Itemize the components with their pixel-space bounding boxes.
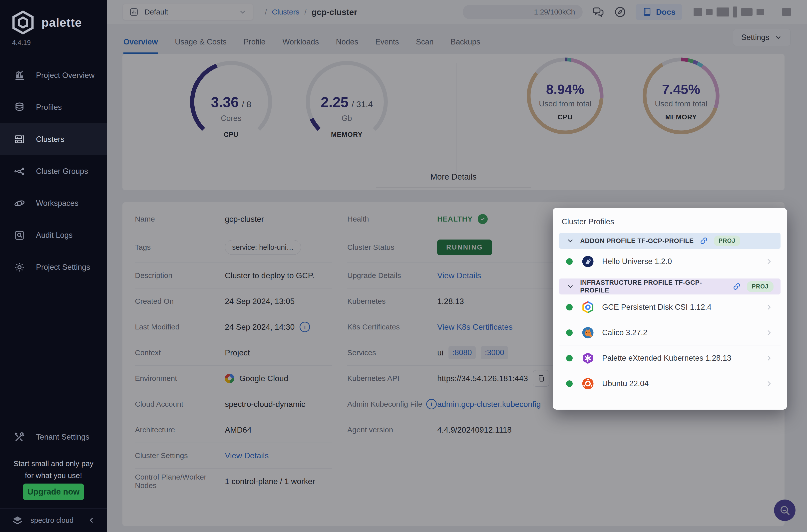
hello-universe-logo-icon: [581, 255, 595, 268]
link-icon: [699, 236, 708, 245]
gear-icon: [14, 261, 25, 273]
sidebar-nav: Project Overview Profiles Clusters Clust…: [0, 59, 107, 283]
sidebar-item-project-overview[interactable]: Project Overview: [0, 59, 107, 91]
sidebar: palette 4.4.19 Project Overview Profiles…: [0, 0, 107, 532]
chevron-right-icon: [765, 328, 773, 337]
profile-layer-calico[interactable]: Calico 3.27.2: [559, 320, 781, 345]
sidebar-item-audit-logs[interactable]: Audit Logs: [0, 219, 107, 251]
chevron-right-icon: [765, 257, 773, 266]
profiles-icon: [14, 101, 25, 113]
profile-layer-ubuntu[interactable]: Ubuntu 22.04: [559, 371, 781, 396]
spectro-cloud-logo-icon: [11, 514, 24, 527]
gce-persistent-disk-logo-icon: [581, 301, 595, 314]
addon-profile-title: ADDON PROFILE TF-GCP-PROFILE: [580, 237, 694, 245]
cluster-profiles-popup: Cluster Profiles ADDON PROFILE TF-GCP-PR…: [553, 208, 787, 410]
sidebar-item-project-settings[interactable]: Project Settings: [0, 251, 107, 283]
spectro-cloud-label: spectro cloud: [31, 516, 74, 525]
sidebar-footer: spectro cloud: [0, 508, 107, 532]
status-dot: [566, 304, 573, 310]
profile-layer-name: GCE Persistent Disk CSI 1.12.4: [602, 303, 712, 312]
app-version: 4.4.19: [12, 39, 31, 47]
chevron-right-icon: [765, 379, 773, 388]
sidebar-item-profiles[interactable]: Profiles: [0, 91, 107, 124]
sidebar-item-label: Profiles: [36, 103, 62, 112]
chevron-down-icon: [566, 236, 575, 245]
profile-layer-palette-extended-kubernetes[interactable]: Palette eXtended Kubernetes 1.28.13: [559, 345, 781, 371]
upsell-text: Start small and only pay for what you us…: [0, 458, 107, 481]
profile-layer-name: Palette eXtended Kubernetes 1.28.13: [602, 354, 731, 363]
collapse-sidebar-icon[interactable]: [87, 516, 96, 525]
addon-profile-header[interactable]: ADDON PROFILE TF-GCP-PROFILE PROJ: [559, 233, 781, 249]
ubuntu-logo-icon: [581, 377, 595, 391]
status-dot: [566, 355, 573, 361]
sidebar-item-label: Project Settings: [36, 263, 90, 272]
sidebar-item-cluster-groups[interactable]: Cluster Groups: [0, 155, 107, 187]
palette-extended-kubernetes-logo-icon: [581, 352, 595, 365]
brand-name: palette: [41, 16, 82, 30]
sidebar-item-label: Tenant Settings: [36, 433, 90, 442]
infrastructure-profile-header[interactable]: INFRASTRUCTURE PROFILE TF-GCP-PROFILE PR…: [559, 279, 781, 294]
calico-logo-icon: [581, 326, 595, 339]
chevron-right-icon: [765, 303, 773, 312]
profile-layer-gce-disk-csi[interactable]: GCE Persistent Disk CSI 1.12.4: [559, 294, 781, 320]
chevron-down-icon: [566, 282, 575, 291]
sidebar-item-label: Cluster Groups: [36, 167, 88, 176]
tools-icon: [14, 431, 25, 443]
profile-layer-hello-universe[interactable]: Hello Universe 1.2.0: [559, 249, 781, 274]
profile-layer-name: Ubuntu 22.04: [602, 379, 649, 388]
chevron-right-icon: [765, 354, 773, 363]
app-root: palette 4.4.19 Project Overview Profiles…: [0, 0, 807, 532]
sidebar-item-tenant-settings[interactable]: Tenant Settings: [0, 422, 107, 453]
clusters-icon: [14, 133, 25, 145]
profile-layer-name: Hello Universe 1.2.0: [602, 257, 672, 266]
sidebar-item-clusters[interactable]: Clusters: [0, 124, 107, 155]
sidebar-item-workspaces[interactable]: Workspaces: [0, 187, 107, 219]
infrastructure-profile-title: INFRASTRUCTURE PROFILE TF-GCP-PROFILE: [580, 279, 727, 294]
upgrade-now-button[interactable]: Upgrade now: [23, 483, 84, 500]
link-icon: [732, 282, 741, 291]
proj-scope-badge: PROJ: [714, 235, 740, 246]
status-dot: [566, 329, 573, 336]
sidebar-item-label: Workspaces: [36, 199, 78, 208]
brand-logo: palette: [11, 10, 82, 35]
workspaces-icon: [14, 197, 25, 209]
sidebar-item-label: Audit Logs: [36, 231, 73, 240]
cluster-groups-icon: [14, 165, 25, 177]
profile-layer-name: Calico 3.27.2: [602, 328, 648, 337]
palette-logo-icon: [11, 10, 35, 35]
status-dot: [566, 258, 573, 265]
audit-logs-icon: [14, 229, 25, 241]
project-overview-icon: [14, 70, 25, 81]
sidebar-item-label: Clusters: [36, 135, 64, 144]
status-dot: [566, 380, 573, 387]
sidebar-item-label: Project Overview: [36, 71, 94, 80]
popup-title: Cluster Profiles: [562, 217, 781, 226]
proj-scope-badge: PROJ: [747, 281, 773, 292]
